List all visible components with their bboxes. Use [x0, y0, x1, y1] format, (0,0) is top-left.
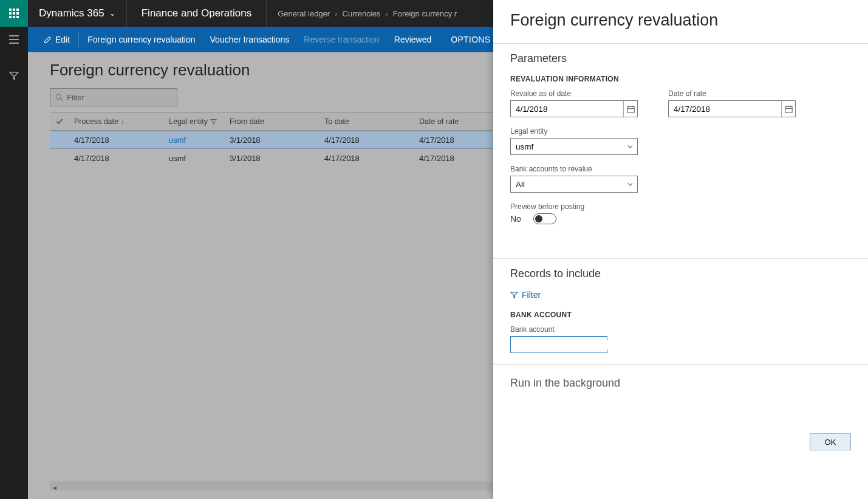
hamburger-icon	[9, 35, 19, 44]
bank-account-input[interactable]	[511, 340, 623, 349]
svg-rect-2	[16, 9, 19, 11]
date-picker-button[interactable]	[623, 101, 637, 117]
field-label: Bank accounts to revalue	[510, 165, 638, 173]
svg-rect-0	[9, 9, 12, 11]
options-button[interactable]: OPTIONS	[443, 27, 497, 52]
svg-point-14	[56, 94, 61, 99]
brand-label: Dynamics 365	[39, 7, 104, 19]
brand-dropdown[interactable]: Dynamics 365 ⌄	[28, 0, 127, 27]
chevron-right-icon: ›	[335, 9, 337, 18]
voucher-transactions-button[interactable]: Voucher transactions	[203, 27, 297, 52]
grid-filter-box[interactable]	[50, 88, 177, 106]
edit-button[interactable]: Edit	[36, 27, 77, 52]
svg-rect-1	[13, 9, 15, 11]
legal-entity-link[interactable]: usmf	[169, 136, 186, 145]
filter-pane-button[interactable]	[0, 63, 28, 89]
field-label: Date of rate	[668, 89, 796, 98]
revaluation-info-heading: REVALUATION INFORMATION	[510, 75, 851, 83]
run-in-background-section[interactable]: Run in the background	[510, 377, 851, 390]
field-label: Legal entity	[510, 127, 638, 136]
records-filter-button[interactable]: Filter	[510, 290, 851, 300]
nav-menu-button[interactable]	[0, 27, 28, 52]
calendar-icon	[627, 105, 635, 113]
pencil-icon	[44, 36, 52, 44]
chevron-down-icon	[627, 181, 634, 188]
col-legal-entity[interactable]: Legal entity	[164, 117, 225, 126]
field-label: Bank account	[510, 325, 607, 334]
date-picker-button[interactable]	[781, 101, 795, 117]
grid-filter-input[interactable]	[67, 93, 172, 102]
checkmark-icon	[56, 118, 63, 125]
bank-accounts-input[interactable]	[511, 180, 623, 189]
reverse-transaction-button: Reverse transaction	[296, 27, 387, 52]
left-rail	[0, 27, 28, 499]
crumb-current[interactable]: Foreign currency r	[393, 9, 457, 18]
col-from-date[interactable]: From date	[225, 117, 320, 126]
dropdown-button[interactable]	[623, 139, 637, 154]
svg-rect-5	[16, 12, 19, 15]
sort-descending-icon: ↓	[121, 118, 125, 125]
calendar-icon	[785, 105, 793, 113]
svg-line-15	[61, 98, 63, 101]
date-of-rate-input[interactable]	[669, 105, 781, 114]
chevron-right-icon: ›	[385, 9, 388, 18]
bank-accounts-field: Bank accounts to revalue	[510, 165, 638, 193]
funnel-icon	[9, 72, 19, 80]
module-name: Finance and Operations	[127, 0, 267, 27]
waffle-icon	[9, 9, 19, 18]
select-all-checkbox[interactable]	[50, 118, 69, 125]
chevron-down-icon: ⌄	[109, 9, 115, 18]
divider	[493, 258, 868, 259]
svg-rect-20	[785, 106, 791, 112]
date-of-rate-field: Date of rate	[668, 89, 796, 117]
column-filter-icon	[210, 119, 217, 125]
divider	[493, 364, 868, 365]
svg-rect-7	[13, 16, 15, 18]
records-section-title: Records to include	[510, 267, 851, 280]
funnel-icon	[510, 291, 518, 299]
svg-rect-16	[627, 106, 634, 112]
toggle-value: No	[510, 214, 521, 224]
dropdown-button[interactable]	[623, 176, 637, 192]
legal-entity-input[interactable]	[511, 142, 623, 151]
divider	[493, 43, 868, 44]
crumb-currencies[interactable]: Currencies	[343, 9, 381, 18]
revalue-as-of-date-input[interactable]	[511, 105, 623, 114]
field-label: Preview before posting	[510, 202, 638, 211]
legal-entity-field: Legal entity	[510, 127, 638, 155]
col-to-date[interactable]: To date	[320, 117, 414, 126]
preview-before-posting-field: Preview before posting No	[510, 202, 638, 224]
reviewed-button[interactable]: Reviewed	[387, 27, 439, 52]
revalue-as-of-date-field: Revalue as of date	[510, 89, 638, 117]
bank-account-field: Bank account	[510, 325, 607, 353]
bank-account-heading: BANK ACCOUNT	[510, 311, 851, 319]
chevron-down-icon	[627, 143, 634, 150]
app-launcher-button[interactable]	[0, 0, 28, 27]
separator	[78, 32, 79, 47]
svg-rect-3	[9, 12, 12, 15]
scroll-left-icon[interactable]: ◄	[50, 483, 60, 492]
crumb-general-ledger[interactable]: General ledger	[278, 9, 330, 18]
breadcrumb: General ledger › Currencies › Foreign cu…	[267, 0, 468, 27]
svg-rect-8	[16, 16, 19, 18]
svg-rect-6	[9, 16, 12, 18]
preview-toggle[interactable]	[533, 213, 556, 224]
svg-rect-4	[13, 12, 15, 15]
ok-button[interactable]: OK	[810, 433, 851, 450]
col-process-date[interactable]: Process date ↓	[69, 117, 164, 126]
parameters-dialog: Foreign currency revaluation Parameters …	[493, 0, 868, 499]
dialog-title: Foreign currency revaluation	[510, 11, 851, 30]
parameters-section-title: Parameters	[510, 52, 851, 65]
legal-entity-link[interactable]: usmf	[169, 154, 186, 163]
field-label: Revalue as of date	[510, 89, 638, 98]
foreign-currency-revaluation-button[interactable]: Foreign currency revaluation	[80, 27, 202, 52]
search-icon	[55, 94, 63, 102]
